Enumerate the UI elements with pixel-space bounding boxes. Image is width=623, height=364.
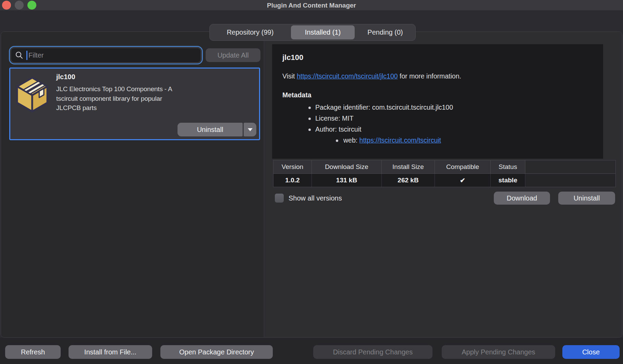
close-button[interactable]: Close: [562, 345, 620, 359]
table-row-filler: [525, 174, 615, 187]
column-header-compatible[interactable]: Compatible: [435, 160, 491, 174]
author-web-link[interactable]: https://tscircuit.com/tscircuit: [359, 136, 441, 144]
install-from-file-button[interactable]: Install from File...: [69, 345, 152, 359]
download-button[interactable]: Download: [494, 192, 550, 205]
window-title: Plugin And Content Manager: [0, 0, 623, 11]
details-title: jlc100: [282, 53, 593, 62]
cell-download-size: 131 kB: [312, 174, 382, 187]
visit-suffix: for more information.: [398, 72, 461, 80]
package-box-icon: [15, 75, 50, 114]
column-header-version[interactable]: Version: [273, 160, 312, 174]
column-header-download-size[interactable]: Download Size: [312, 160, 382, 174]
package-description-panel: jlc100 Visit https://tscircuit.com/tscir…: [272, 44, 603, 159]
package-card-title: jlc100: [56, 73, 75, 81]
titlebar: Plugin And Content Manager: [0, 0, 623, 10]
filter-input[interactable]: [28, 51, 197, 59]
filter-field[interactable]: [11, 48, 201, 63]
content-panel: Update All jlc100 JLC Electro: [1, 32, 622, 338]
author-sublist: web: https://tscircuit.com/tscircuit: [315, 136, 593, 144]
tab-bar: Repository (99) Installed (1) Pending (0…: [209, 24, 416, 41]
card-action-dropdown-button[interactable]: [244, 123, 256, 136]
visit-line: Visit https://tscircuit.com/tscircuit/jl…: [282, 72, 593, 80]
cell-compatible-checkmark: ✔: [435, 174, 491, 187]
metadata-item-license: License: MIT: [282, 114, 593, 122]
package-list-pane: Update All jlc100 JLC Electro: [1, 32, 264, 337]
package-card[interactable]: jlc100 JLC Electronics Top 100 Component…: [9, 68, 260, 140]
metadata-item-author: Author: tscircuit web: https://tscircuit…: [282, 125, 593, 144]
refresh-button[interactable]: Refresh: [5, 345, 61, 359]
version-actions-row: Show all versions Download Uninstall: [273, 191, 615, 205]
cell-version: 1.0.2: [273, 174, 312, 187]
cell-install-size: 262 kB: [382, 174, 435, 187]
tab-installed[interactable]: Installed (1): [291, 25, 355, 39]
column-header-install-size[interactable]: Install Size: [382, 160, 435, 174]
table-header-filler: [525, 160, 615, 174]
update-all-button[interactable]: Update All: [206, 48, 260, 62]
discard-pending-changes-button[interactable]: Discard Pending Changes: [313, 345, 432, 359]
metadata-heading: Metadata: [282, 91, 593, 99]
table-row[interactable]: 1.0.2 131 kB 262 kB ✔ stable: [273, 174, 615, 187]
card-action-split-button: Uninstall: [178, 123, 256, 136]
show-all-versions-checkbox[interactable]: [275, 194, 284, 203]
package-details-pane: jlc100 Visit https://tscircuit.com/tscir…: [265, 32, 622, 337]
visit-prefix: Visit: [282, 72, 297, 80]
column-header-status[interactable]: Status: [491, 160, 525, 174]
search-icon: [15, 51, 23, 59]
uninstall-button[interactable]: Uninstall: [558, 192, 615, 205]
versions-table-header-row: Version Download Size Install Size Compa…: [273, 160, 615, 174]
chevron-down-icon: [248, 128, 253, 131]
package-card-description: JLC Electronics Top 100 Components - A t…: [56, 84, 173, 113]
versions-table: Version Download Size Install Size Compa…: [273, 160, 616, 187]
apply-pending-changes-button[interactable]: Apply Pending Changes: [442, 345, 555, 359]
filter-input-focus-ring: [9, 46, 203, 64]
show-all-versions-label: Show all versions: [289, 194, 342, 202]
text-caret: [26, 51, 27, 60]
tab-pending[interactable]: Pending (0): [355, 25, 415, 39]
package-url-link[interactable]: https://tscircuit.com/tscircuit/jlc100: [297, 72, 398, 80]
cell-status: stable: [491, 174, 525, 187]
metadata-list: Package identifier: com.tscircuit.tscirc…: [282, 104, 593, 144]
tab-repository[interactable]: Repository (99): [210, 25, 290, 39]
card-uninstall-button[interactable]: Uninstall: [178, 123, 243, 136]
metadata-item-identifier: Package identifier: com.tscircuit.tscirc…: [282, 104, 593, 111]
plugin-manager-window: Plugin And Content Manager Repository (9…: [0, 0, 623, 364]
open-package-directory-button[interactable]: Open Package Directory: [160, 345, 273, 359]
metadata-item-web: web: https://tscircuit.com/tscircuit: [315, 136, 593, 144]
bottom-bar: Refresh Install from File... Open Packag…: [0, 338, 623, 364]
